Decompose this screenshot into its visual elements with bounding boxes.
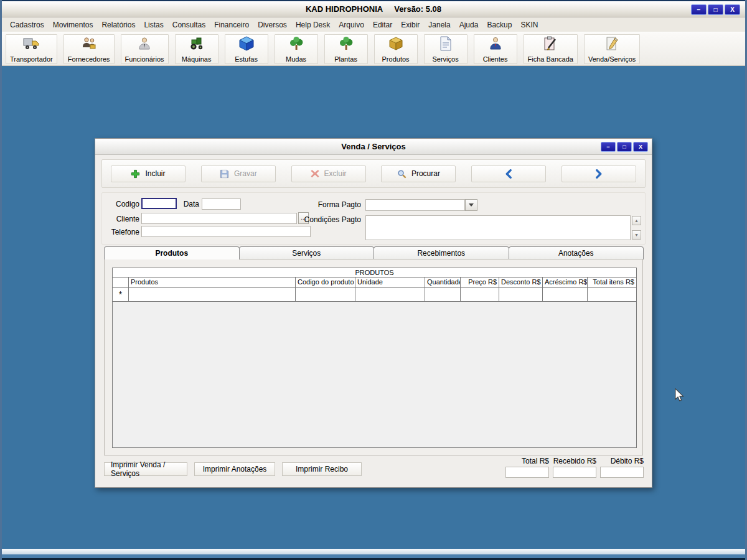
- dialog-close-button[interactable]: X: [633, 142, 648, 152]
- toolbar-transportador-button[interactable]: Transportador: [6, 34, 57, 64]
- mouse-cursor-icon: [674, 388, 684, 404]
- menu-helpdesk[interactable]: Help Desk: [291, 19, 334, 30]
- tab-servicos[interactable]: Serviços: [239, 246, 375, 259]
- toolbar-venda-servicos-button[interactable]: Venda/Serviços: [584, 34, 640, 64]
- frame-strip-light: [2, 549, 745, 554]
- menu-backup[interactable]: Backup: [482, 19, 516, 30]
- grid-new-row[interactable]: *: [113, 288, 636, 302]
- menu-consultas[interactable]: Consultas: [168, 19, 210, 30]
- incluir-button[interactable]: Incluir: [111, 166, 186, 182]
- menu-janela[interactable]: Janela: [424, 19, 454, 30]
- menu-ajuda[interactable]: Ajuda: [455, 19, 483, 30]
- cell-preco[interactable]: [461, 288, 499, 302]
- menu-editar[interactable]: Editar: [369, 19, 397, 30]
- col-preco[interactable]: Preço R$: [461, 278, 499, 288]
- col-desconto[interactable]: Desconto R$: [499, 278, 543, 288]
- col-acrescimo[interactable]: Acréscimo R$: [543, 278, 588, 288]
- cliente-input[interactable]: [141, 213, 297, 224]
- app-title: KAD HIDROPHONIA: [306, 4, 383, 14]
- imprimir-venda-servicos-button[interactable]: Imprimir Venda / Serviços: [104, 462, 187, 476]
- client-person-icon: [487, 36, 504, 51]
- menu-movimentos[interactable]: Movimentos: [49, 19, 98, 30]
- toolbar-fornecedores-button[interactable]: Fornecedores: [63, 34, 115, 64]
- col-quantidade[interactable]: Quantidade: [425, 278, 461, 288]
- grid-title: PRODUTOS: [113, 268, 636, 278]
- maximize-button[interactable]: □: [708, 4, 723, 15]
- codigo-input[interactable]: [141, 198, 177, 209]
- tab-produtos[interactable]: Produtos: [104, 246, 240, 259]
- gravar-button[interactable]: Gravar: [201, 166, 276, 182]
- tab-recebimentos[interactable]: Recebimentos: [374, 246, 509, 259]
- telefone-input[interactable]: [141, 226, 311, 237]
- total-input[interactable]: [505, 467, 549, 478]
- tab-anotacoes[interactable]: Anotações: [509, 246, 644, 259]
- window-controls: − □ X: [691, 4, 740, 15]
- dialog-minimize-button[interactable]: −: [601, 142, 616, 152]
- toolbar-estufas-button[interactable]: Estufas: [225, 34, 268, 64]
- previous-record-button[interactable]: [471, 166, 546, 182]
- forma-pagto-dropdown-button[interactable]: [465, 199, 477, 211]
- grid-header-row: Produtos Codigo do produto Unidade Quant…: [113, 278, 636, 288]
- chevron-down-icon: [469, 203, 474, 207]
- menu-cadastros[interactable]: Cadastros: [6, 19, 49, 30]
- data-input[interactable]: [202, 198, 241, 210]
- toolbar-servicos-button[interactable]: Serviços: [424, 34, 467, 64]
- toolbar-maquinas-button[interactable]: Máquinas: [175, 34, 218, 64]
- toolbar-label: Clientes: [483, 55, 508, 63]
- excluir-label: Excluir: [324, 169, 347, 178]
- cell-unidade[interactable]: [355, 288, 425, 302]
- cell-quantidade[interactable]: [425, 288, 461, 302]
- truck-icon: [23, 36, 39, 51]
- mdi-client-area: Venda / Serviços − □ X Incluir: [2, 66, 745, 549]
- debito-input[interactable]: [600, 467, 644, 478]
- plant-tree-icon: [338, 36, 354, 51]
- dialog-window-controls: − □ X: [601, 142, 648, 152]
- cell-acrescimo[interactable]: [543, 288, 588, 302]
- imprimir-recibo-button[interactable]: Imprimir Recibo: [282, 462, 362, 476]
- col-produtos[interactable]: Produtos: [129, 278, 296, 288]
- spin-up-icon[interactable]: ▲: [632, 216, 641, 225]
- col-total-itens[interactable]: Total itens R$: [588, 278, 636, 288]
- suppliers-people-icon: [81, 36, 97, 51]
- next-record-button[interactable]: [561, 166, 636, 182]
- dialog-titlebar[interactable]: Venda / Serviços − □ X: [95, 139, 652, 155]
- cell-desconto[interactable]: [499, 288, 543, 302]
- menu-relatorios[interactable]: Relatórios: [97, 19, 139, 30]
- condicoes-pagto-memo[interactable]: [365, 215, 631, 240]
- dialog-maximize-button[interactable]: □: [617, 142, 632, 152]
- toolbar-funcionarios-button[interactable]: Funcionários: [121, 34, 169, 64]
- spin-down-icon[interactable]: ▼: [632, 230, 641, 240]
- tab-bar: Produtos Serviços Recebimentos Anotações: [104, 246, 643, 259]
- close-button[interactable]: X: [725, 4, 740, 15]
- header-fields-panel: Codigo Data Forma Pagto Cliente ... Cond…: [101, 192, 646, 245]
- menu-skin[interactable]: SKIN: [516, 19, 542, 30]
- produtos-grid: PRODUTOS Produtos Codigo do produto Unid…: [112, 268, 637, 448]
- cell-codigo-produto[interactable]: [296, 288, 355, 302]
- data-label: Data: [178, 200, 199, 208]
- delete-x-icon: [311, 169, 319, 178]
- pencil-note-icon: [604, 36, 620, 51]
- menu-listas[interactable]: Listas: [139, 19, 167, 30]
- cell-total-itens[interactable]: [588, 288, 636, 302]
- menu-arquivo[interactable]: Arquivo: [334, 19, 369, 30]
- toolbar-plantas-button[interactable]: Plantas: [324, 34, 368, 64]
- minimize-button[interactable]: −: [691, 4, 707, 15]
- cell-produtos[interactable]: [129, 288, 296, 302]
- menu-exibir[interactable]: Exibir: [397, 19, 424, 30]
- menu-financeiro[interactable]: Financeiro: [210, 19, 253, 30]
- telefone-label: Telefone: [103, 228, 139, 236]
- toolbar-ficha-bancada-button[interactable]: Ficha Bancada: [524, 34, 578, 64]
- excluir-button[interactable]: Excluir: [291, 166, 366, 182]
- procurar-button[interactable]: Procurar: [381, 166, 456, 182]
- menu-diversos[interactable]: Diversos: [253, 19, 291, 30]
- imprimir-anotacoes-button[interactable]: Imprimir Anotações: [194, 462, 275, 476]
- produtos-tab-panel: PRODUTOS Produtos Codigo do produto Unid…: [104, 259, 643, 455]
- col-unidade[interactable]: Unidade: [355, 278, 425, 288]
- toolbar-mudas-button[interactable]: Mudas: [275, 34, 318, 64]
- recebido-column: Recebido R$: [553, 457, 596, 478]
- recebido-input[interactable]: [553, 467, 596, 478]
- col-codigo-produto[interactable]: Codigo do produto: [296, 278, 355, 288]
- toolbar-produtos-button[interactable]: Produtos: [374, 34, 418, 64]
- forma-pagto-combo[interactable]: [365, 199, 465, 211]
- toolbar-clientes-button[interactable]: Clientes: [474, 34, 517, 64]
